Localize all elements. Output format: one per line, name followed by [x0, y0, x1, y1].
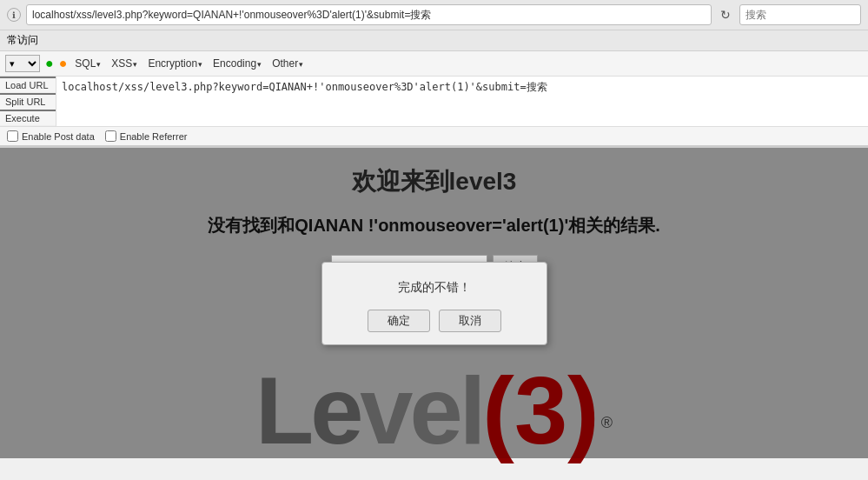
enable-referrer-label[interactable]: Enable Referrer	[105, 130, 188, 142]
enable-referrer-checkbox[interactable]	[105, 130, 116, 142]
enable-post-label[interactable]: Enable Post data	[7, 130, 95, 142]
load-url-button[interactable]: Load URL	[0, 77, 56, 93]
refresh-button[interactable]: ↻	[717, 6, 734, 23]
dialog-cancel-button[interactable]: 取消	[439, 310, 501, 332]
info-icon[interactable]: ℹ	[7, 8, 21, 22]
address-input[interactable]	[26, 4, 712, 25]
browser-chrome: ℹ ↻ 常访问 ▾ ● ● SQL XSS Encryption Encodin…	[0, 0, 868, 148]
hackbar-xss-menu[interactable]: XSS	[109, 57, 140, 70]
dialog-ok-button[interactable]: 确定	[368, 310, 430, 332]
browser-search-input[interactable]	[739, 4, 861, 25]
hackbar-btn-group: ▾	[5, 55, 40, 72]
alert-buttons: 确定 取消	[340, 310, 529, 332]
green-dot: ●	[45, 57, 54, 70]
hackbar-select[interactable]: ▾	[5, 55, 40, 72]
address-bar-row: ℹ ↻	[0, 0, 868, 30]
hackbar-encoding-menu[interactable]: Encoding	[210, 57, 264, 70]
hackbar-sidebar: Load URL Split URL Execute	[0, 77, 56, 126]
orange-dot: ●	[59, 57, 68, 70]
hackbar-url-row: Load URL Split URL Execute	[0, 77, 868, 126]
bookmarks-label: 常访问	[7, 33, 38, 48]
hackbar-encryption-menu[interactable]: Encryption	[145, 57, 205, 70]
alert-dialog: 完成的不错！ 确定 取消	[321, 262, 547, 345]
dialog-overlay: 完成的不错！ 确定 取消	[0, 148, 868, 458]
hackbar: ▾ ● ● SQL XSS Encryption Encoding Other …	[0, 51, 868, 147]
bookmarks-bar: 常访问	[0, 30, 868, 51]
enable-post-checkbox[interactable]	[7, 130, 18, 142]
split-url-button[interactable]: Split URL	[0, 93, 56, 110]
hackbar-other-menu[interactable]: Other	[269, 57, 306, 70]
execute-button[interactable]: Execute	[0, 110, 56, 126]
page-content: 欢迎来到level3 没有找到和QIANAN !'onmouseover='al…	[0, 148, 868, 458]
hackbar-toolbar: ▾ ● ● SQL XSS Encryption Encoding Other	[0, 51, 868, 77]
hackbar-sql-menu[interactable]: SQL	[72, 57, 103, 70]
hackbar-options-row: Enable Post data Enable Referrer	[0, 126, 868, 145]
alert-message: 完成的不错！	[340, 280, 529, 296]
hackbar-url-textarea[interactable]	[56, 77, 868, 126]
